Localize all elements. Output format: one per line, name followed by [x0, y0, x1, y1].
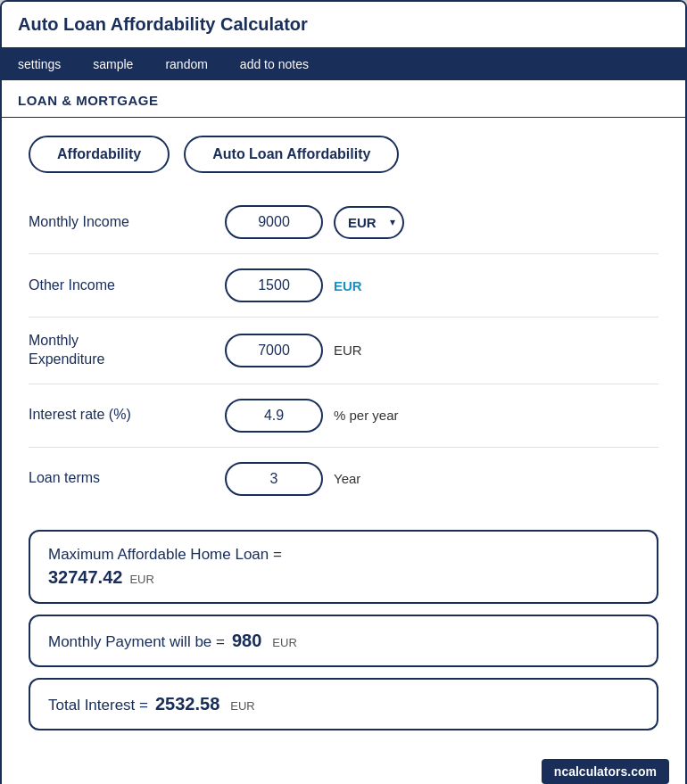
other-income-label: Other Income [29, 276, 225, 295]
add-to-notes-button[interactable]: add to notes [224, 48, 325, 80]
monthly-expenditure-row: MonthlyExpenditure EUR [29, 318, 658, 384]
tab-row: Affordability Auto Loan Affordability [2, 118, 685, 182]
tab-auto-loan-affordability[interactable]: Auto Loan Affordability [184, 136, 399, 173]
sample-button[interactable]: sample [77, 48, 149, 80]
loan-terms-row: Loan terms Year [29, 448, 658, 510]
calculator-title: Auto Loan Affordability Calculator [18, 14, 308, 34]
interest-rate-label: Interest rate (%) [29, 406, 225, 425]
toolbar: settings sample random add to notes [2, 48, 685, 80]
settings-button[interactable]: settings [2, 48, 77, 80]
currency-dropdown-wrapper: EUR USD GBP ▾ [334, 206, 404, 239]
brand-label: ncalculators.com [542, 759, 669, 784]
monthly-payment-unit: EUR [272, 636, 296, 649]
section-header: LOAN & MORTGAGE [2, 80, 685, 118]
monthly-expenditure-unit: EUR [334, 342, 362, 358]
currency-select[interactable]: EUR USD GBP [334, 206, 404, 239]
tab-affordability[interactable]: Affordability [29, 136, 170, 173]
other-income-input[interactable] [225, 268, 323, 302]
loan-terms-unit: Year [334, 471, 360, 486]
monthly-payment-value: 980 [232, 631, 261, 651]
max-loan-unit: EUR [129, 573, 153, 586]
interest-rate-row: Interest rate (%) % per year [29, 384, 658, 448]
title-bar: Auto Loan Affordability Calculator [2, 2, 685, 48]
loan-terms-label: Loan terms [29, 469, 225, 488]
interest-rate-input[interactable] [225, 399, 323, 433]
random-button[interactable]: random [149, 48, 223, 80]
max-loan-value: 32747.42 [48, 567, 122, 588]
loan-terms-input[interactable] [225, 462, 323, 496]
other-income-unit: EUR [334, 278, 362, 293]
calculator-container: Auto Loan Affordability Calculator setti… [0, 0, 687, 784]
max-loan-result: Maximum Affordable Home Loan = 32747.42 … [29, 530, 658, 604]
interest-rate-unit: % per year [334, 408, 399, 423]
other-income-row: Other Income EUR [29, 254, 658, 318]
total-interest-result: Total Interest = 2532.58 EUR [29, 678, 658, 730]
monthly-expenditure-input[interactable] [225, 334, 323, 367]
max-loan-label: Maximum Affordable Home Loan = [48, 546, 282, 563]
form-section: Monthly Income EUR USD GBP ▾ Other Incom… [2, 182, 685, 519]
monthly-income-input[interactable] [225, 205, 323, 239]
total-interest-label: Total Interest = [48, 697, 148, 714]
total-interest-unit: EUR [230, 699, 254, 713]
monthly-payment-label: Monthly Payment will be = [48, 633, 225, 651]
monthly-income-label: Monthly Income [29, 213, 225, 232]
monthly-payment-result: Monthly Payment will be = 980 EUR [29, 615, 658, 667]
monthly-income-row: Monthly Income EUR USD GBP ▾ [29, 191, 658, 254]
monthly-expenditure-label: MonthlyExpenditure [29, 332, 225, 369]
total-interest-value: 2532.58 [155, 694, 219, 714]
